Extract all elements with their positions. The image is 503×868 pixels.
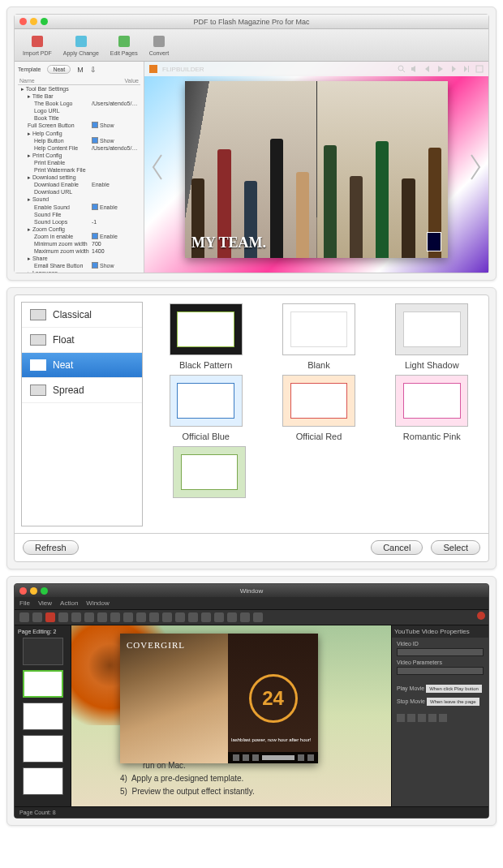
page-thumb[interactable] xyxy=(23,703,63,730)
template-item[interactable] xyxy=(169,446,250,503)
tool-icon[interactable] xyxy=(97,612,107,622)
menu-item[interactable]: View xyxy=(38,599,52,607)
tool-icon[interactable] xyxy=(253,612,263,622)
tool-icon[interactable] xyxy=(45,612,55,622)
tool-icon[interactable] xyxy=(32,612,42,622)
page-canvas[interactable]: COVERGIRL 24 lashblast power, now hour a… xyxy=(71,625,391,806)
tree-row[interactable]: ▸ Share xyxy=(18,255,140,262)
align-icon[interactable] xyxy=(428,714,436,722)
page-prev-arrow[interactable] xyxy=(149,151,166,183)
tool-icon[interactable] xyxy=(188,612,198,622)
video-params-field[interactable] xyxy=(397,667,484,675)
tree-row[interactable]: ▸ Sound xyxy=(18,196,140,203)
page-thumb[interactable] xyxy=(23,670,63,698)
tool-icon[interactable] xyxy=(240,612,250,622)
tool-icon[interactable] xyxy=(175,612,185,622)
tree-row[interactable]: Sound Loops-1 xyxy=(18,218,140,226)
tree-row[interactable]: Email Share ButtonShow xyxy=(18,262,140,269)
settings-tree[interactable]: ▸ Tool Bar Settings▸ Title BarThe Book L… xyxy=(18,85,140,273)
next-icon[interactable] xyxy=(449,65,458,73)
menu-item[interactable]: File xyxy=(19,599,30,607)
style-item[interactable]: Neat xyxy=(22,353,142,378)
cancel-button[interactable]: Cancel xyxy=(371,540,423,555)
book-spread[interactable]: MY TEAM. xyxy=(185,81,448,258)
tree-row[interactable]: Download EnableEnable xyxy=(18,181,140,188)
play-icon[interactable] xyxy=(436,65,445,73)
page-thumb[interactable] xyxy=(23,767,63,795)
page-next-arrow[interactable] xyxy=(467,151,484,183)
menu-item[interactable]: Window xyxy=(86,599,109,607)
template-item[interactable]: Official Red xyxy=(278,375,359,441)
tree-row[interactable]: Sound File xyxy=(18,211,140,218)
tool-icon[interactable] xyxy=(110,612,120,622)
style-item[interactable]: Spread xyxy=(22,378,142,403)
align-icon[interactable] xyxy=(418,714,426,722)
minimize-icon[interactable] xyxy=(30,18,37,25)
minimize-icon[interactable] xyxy=(30,587,37,595)
menu-bar[interactable]: FileViewActionWindow xyxy=(15,597,488,610)
tree-row[interactable]: ▸ Help Config xyxy=(18,130,140,137)
page-thumb[interactable] xyxy=(23,638,63,665)
tree-row[interactable]: Logo URL xyxy=(18,107,140,114)
menu-item[interactable]: Action xyxy=(60,599,78,607)
toolbar-button[interactable]: Convert xyxy=(146,32,173,58)
toolbar-button[interactable]: Edit Pages xyxy=(107,32,141,58)
sound-icon[interactable] xyxy=(411,65,419,73)
tree-row[interactable]: ▸ Tool Bar Settings xyxy=(18,85,140,92)
close-icon[interactable] xyxy=(19,18,27,25)
tool-icon[interactable] xyxy=(58,612,68,622)
last-icon[interactable] xyxy=(462,65,471,73)
toolbar-button[interactable]: Apply Change xyxy=(60,32,102,58)
align-icon[interactable] xyxy=(397,714,405,722)
zoom-icon[interactable] xyxy=(41,18,48,25)
tree-row[interactable]: Download URL xyxy=(18,188,140,196)
stop-movie-option[interactable]: When leave the page xyxy=(427,698,479,706)
tree-row[interactable]: Help ButtonShow xyxy=(18,137,140,144)
align-icon[interactable] xyxy=(439,714,447,722)
tree-row[interactable]: ▸ Zoom Config xyxy=(18,226,140,233)
toolbar-button[interactable]: Import PDF xyxy=(19,32,55,58)
zoom-icon[interactable] xyxy=(41,587,48,595)
fullscreen-icon[interactable] xyxy=(475,65,484,73)
template-item[interactable]: Official Blue xyxy=(166,375,247,441)
style-item[interactable]: Classical xyxy=(22,303,142,328)
template-item[interactable]: Blank xyxy=(278,303,359,370)
tool-icon[interactable] xyxy=(71,612,81,622)
tool-icon[interactable] xyxy=(201,612,211,622)
video-id-field[interactable] xyxy=(397,648,484,656)
tool-icon[interactable] xyxy=(162,612,172,622)
tool-icon[interactable] xyxy=(149,612,159,622)
tree-row[interactable]: ▸ Download setting xyxy=(18,174,140,181)
traffic-lights[interactable] xyxy=(19,587,48,595)
tool-icon[interactable] xyxy=(19,612,29,622)
import-button[interactable]: ⇩ xyxy=(90,66,97,74)
tree-row[interactable]: ▸ Print Config xyxy=(18,152,140,159)
template-item[interactable]: Light Shadow xyxy=(391,303,472,370)
tree-row[interactable]: Maximum zoom width1400 xyxy=(18,247,140,255)
tool-icon[interactable] xyxy=(84,612,94,622)
close-panel-icon[interactable] xyxy=(477,612,485,620)
tool-icon[interactable] xyxy=(136,612,146,622)
align-icon[interactable] xyxy=(407,714,415,722)
tree-row[interactable]: Minimum zoom width700 xyxy=(18,240,140,247)
custom-button[interactable]: M xyxy=(77,66,84,74)
tree-row[interactable]: Print Watermark File xyxy=(18,166,140,174)
page-thumb[interactable] xyxy=(23,735,63,763)
close-icon[interactable] xyxy=(19,587,27,595)
tool-icon[interactable] xyxy=(123,612,133,622)
tree-row[interactable]: The Book Logo/Users/atendo5/Library/Deve… xyxy=(18,100,140,107)
tree-row[interactable]: ▸ Title Bar xyxy=(18,92,140,100)
tree-row[interactable]: Help Content File/Users/atendo5/Library/… xyxy=(18,144,140,152)
refresh-button[interactable]: Refresh xyxy=(23,540,79,555)
tool-icon[interactable] xyxy=(214,612,224,622)
tree-row[interactable]: Full Screen ButtonShow xyxy=(18,122,140,129)
tree-row[interactable]: Print Enable xyxy=(18,159,140,166)
select-button[interactable]: Select xyxy=(431,540,480,555)
template-item[interactable]: Romantic Pink xyxy=(391,375,472,441)
template-select-button[interactable]: Neat xyxy=(47,65,71,74)
search-icon[interactable] xyxy=(398,65,406,73)
tree-row[interactable]: Enable SoundEnable xyxy=(18,204,140,211)
tree-row[interactable]: ▸ Language xyxy=(18,269,140,273)
traffic-lights[interactable] xyxy=(19,18,48,25)
prev-icon[interactable] xyxy=(423,65,432,73)
